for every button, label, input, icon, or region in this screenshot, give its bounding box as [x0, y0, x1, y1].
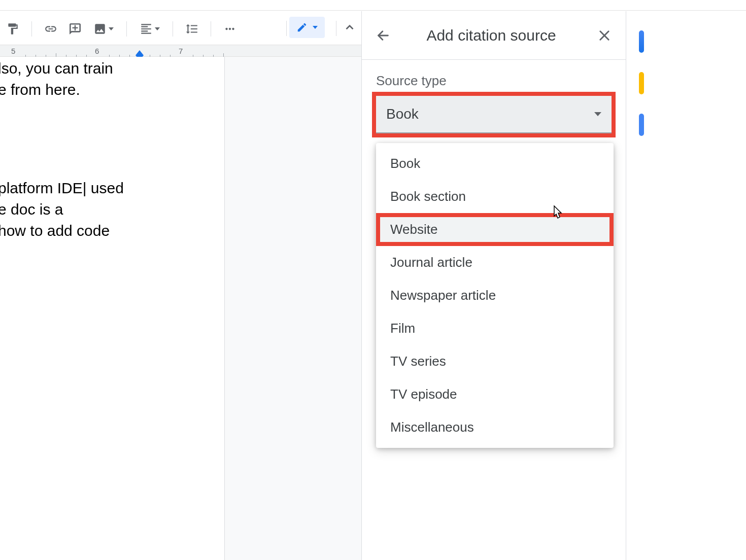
close-icon	[597, 28, 612, 43]
document-text: e doc is a	[0, 199, 63, 220]
editing-mode-button[interactable]	[289, 17, 325, 38]
image-icon	[93, 22, 107, 36]
insert-image-button[interactable]	[89, 18, 118, 40]
ruler[interactable]: 5 6 7	[0, 45, 361, 57]
keep-rail-icon[interactable]	[639, 72, 644, 94]
source-type-option[interactable]: Journal article	[376, 246, 614, 279]
top-divider	[0, 10, 746, 11]
add-comment-button[interactable]	[64, 18, 86, 40]
ruler-number: 5	[11, 47, 15, 55]
arrow-left-icon	[376, 28, 390, 43]
source-type-value: Book	[386, 106, 419, 122]
panel-title: Add citation source	[400, 27, 582, 44]
document-text: platform IDE| used	[0, 178, 124, 199]
source-type-option[interactable]: Film	[376, 312, 614, 345]
toolbar-separator	[211, 21, 211, 37]
more-button[interactable]	[219, 18, 241, 40]
ruler-number: 7	[179, 47, 183, 55]
document-text: lso, you can train	[0, 58, 113, 79]
toolbar-separator	[286, 21, 287, 36]
insert-link-button[interactable]	[40, 18, 61, 40]
source-type-select[interactable]: Book	[376, 96, 612, 133]
source-type-option[interactable]: TV episode	[376, 378, 614, 411]
source-type-option[interactable]: Miscellaneous	[376, 411, 614, 444]
link-icon	[44, 22, 57, 36]
close-button[interactable]	[594, 25, 615, 46]
indent-marker[interactable]	[135, 50, 144, 55]
source-type-option[interactable]: Book	[376, 147, 614, 180]
align-button[interactable]	[135, 18, 164, 40]
chevron-down-icon	[155, 27, 160, 30]
chevron-down-icon	[109, 27, 114, 30]
align-left-icon	[140, 22, 153, 36]
tasks-rail-icon[interactable]	[639, 114, 644, 136]
calendar-rail-icon[interactable]	[639, 30, 644, 53]
document-text: how to add code	[0, 220, 110, 241]
ruler-number: 6	[95, 47, 99, 55]
toolbar-separator	[173, 21, 173, 37]
source-type-label: Source type	[376, 73, 612, 89]
paint-format-button[interactable]	[2, 18, 23, 40]
paint-format-icon	[6, 22, 19, 36]
source-type-dropdown: BookBook sectionWebsiteJournal articleNe…	[376, 143, 614, 448]
chevron-down-icon	[313, 26, 318, 29]
chevron-down-icon	[594, 112, 601, 116]
source-type-option[interactable]: TV series	[376, 345, 614, 378]
document-page[interactable]: lso, you can train e from here. platform…	[0, 57, 225, 560]
comment-icon	[69, 22, 82, 36]
citations-panel: Add citation source Source type Book Boo…	[361, 11, 626, 560]
line-spacing-button[interactable]	[181, 18, 202, 40]
line-spacing-icon	[185, 22, 198, 36]
toolbar-separator	[31, 21, 32, 37]
more-horiz-icon	[223, 22, 236, 36]
panel-body: Source type Book BookBook sectionWebsite…	[362, 60, 626, 147]
toolbar-separator	[336, 21, 336, 36]
toolbar-separator	[126, 21, 127, 37]
back-button[interactable]	[373, 25, 393, 46]
chevron-up-icon	[343, 21, 356, 34]
pencil-icon	[296, 22, 308, 33]
side-rail	[626, 11, 657, 560]
source-type-option[interactable]: Book section	[376, 180, 614, 213]
source-type-option[interactable]: Website	[376, 213, 614, 246]
document-text: e from here.	[0, 79, 80, 100]
panel-header: Add citation source	[362, 11, 626, 60]
source-type-option[interactable]: Newspaper article	[376, 279, 614, 312]
collapse-panel-button[interactable]	[339, 17, 360, 38]
